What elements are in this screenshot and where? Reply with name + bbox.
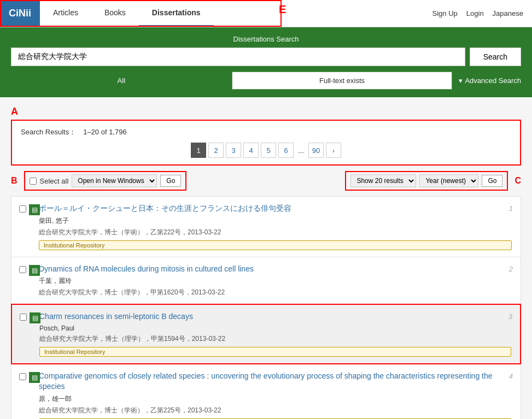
label-a: A [11,106,521,117]
top-nav: CiNii Articles Books Dissertations E Sig… [0,0,532,27]
search-row: Search [11,48,521,66]
result-4-author: 原，雄一郎 [39,394,512,404]
result-1-number: 1 [509,204,513,213]
page-4[interactable]: 4 [243,143,259,158]
results-list: ▤ 1 ポール＝ルイ・クーシューと日本：その生涯とフランスにおける俳句受容 柴田… [11,196,521,419]
result-3-number: 3 [508,312,512,321]
filter-fulltext[interactable]: Full-text exists [232,72,453,90]
advanced-search-label: Advanced Search [465,76,521,85]
result-3-doc-icon: ▤ [30,312,40,323]
result-1-author: 柴田, 悠子 [39,216,512,226]
japanese-link[interactable]: Japanese [493,9,523,17]
nav-tab-dissertations[interactable]: Dissertations [139,0,214,27]
advanced-search-link[interactable]: ▾ Advanced Search [459,76,521,85]
top-nav-right: Sign Up Login Japanese [432,9,532,17]
main-content: A Search Results： 1–20 of 1,796 1 2 3 4 … [0,97,532,419]
search-label: Dissertations Search [11,35,521,43]
controls-right: Show 20 results Year (newest) Go [345,171,508,191]
page-3[interactable]: 3 [226,143,241,158]
result-2-checkbox[interactable] [19,266,26,273]
label-e: E [279,3,286,16]
select-all-checkbox[interactable] [30,178,37,185]
filter-advanced-row: All Full-text exists ▾ Advanced Search [11,72,521,90]
controls-row: B Select all Open in New Windows Go Show… [11,171,521,191]
page-2[interactable]: 2 [208,143,224,158]
result-2-meta: 総合研究大学院大学，博士（理学），甲第1620号，2013-03-22 [39,288,512,297]
result-1-badge[interactable]: Institutional Repository [39,240,512,250]
page-1[interactable]: 1 [191,143,206,158]
filter-buttons: All Full-text exists [11,72,452,90]
controls-left: Select all Open in New Windows Go [24,171,187,191]
result-4-title[interactable]: Comparative genomics of closely related … [39,371,512,392]
login-link[interactable]: Login [466,9,484,17]
select-all-label: Select all [40,177,69,185]
open-windows-select[interactable]: Open in New Windows [72,174,157,187]
label-c: C [515,176,521,186]
result-4-checkbox[interactable] [19,373,26,380]
nav-tabs: Articles Books Dissertations [40,0,214,27]
page-6[interactable]: 6 [278,143,294,158]
result-4-meta: 総合研究大学院大学，博士（学術），乙第225号，2013-03-22 [39,406,512,415]
result-3-meta: 総合研究大学院大学，博士（理学），甲第1594号，2013-03-22 [39,334,511,344]
result-1-doc-icon: ▤ [29,204,40,215]
label-b: B [11,176,17,186]
results-box: Search Results： 1–20 of 1,796 1 2 3 4 5 … [11,120,521,166]
page-90[interactable]: 90 [308,143,324,158]
page-5[interactable]: 5 [261,143,276,158]
controls-left-go[interactable]: Go [160,175,181,187]
chevron-down-icon: ▾ [459,76,463,85]
result-4-number: 4 [509,372,513,380]
logo: CiNii [0,0,40,27]
show-results-select[interactable]: Show 20 results [350,174,416,187]
result-2-author: 千葉，麗玲 [39,276,512,286]
page-next[interactable]: › [326,143,341,158]
result-3-checkbox[interactable] [20,314,27,321]
result-item-1: ▤ 1 ポール＝ルイ・クーシューと日本：その生涯とフランスにおける俳句受容 柴田… [11,196,521,257]
result-3-title[interactable]: Charm resonances in semi-leptonic B deca… [39,311,511,322]
result-3-badge[interactable]: Institutional Repository [39,347,511,357]
result-item-2: ▤ 2 Dynamics of RNA molecules during mit… [11,257,521,304]
result-1-meta: 総合研究大学院大学，博士（学術），乙第222号，2013-03-22 [39,228,512,237]
result-2-doc-icon: ▤ [29,265,40,276]
sort-select[interactable]: Year (newest) [419,174,478,187]
result-3-author: Posch, Paul [39,324,511,332]
search-button[interactable]: Search [470,48,521,66]
search-input[interactable] [11,48,465,66]
pagination: 1 2 3 4 5 6 ... 90 › [21,143,511,158]
page-dots: ... [296,146,306,155]
search-area: Dissertations Search Search All Full-tex… [0,27,532,97]
result-4-doc-icon: ▤ [29,372,40,383]
results-summary: Search Results： 1–20 of 1,796 [21,127,511,137]
controls-right-go[interactable]: Go [482,175,502,187]
nav-tab-books[interactable]: Books [91,0,139,27]
filter-all[interactable]: All [11,72,232,90]
result-2-number: 2 [509,265,513,273]
result-item-3: ▤ 3 Charm resonances in semi-leptonic B … [11,304,521,364]
result-2-title[interactable]: Dynamics of RNA molecules during mitosis… [39,264,512,275]
result-1-checkbox[interactable] [19,205,26,213]
nav-tab-articles[interactable]: Articles [40,0,91,27]
signup-link[interactable]: Sign Up [432,9,458,17]
result-item-4: ▤ 4 Comparative genomics of closely rela… [11,364,521,419]
result-1-title[interactable]: ポール＝ルイ・クーシューと日本：その生涯とフランスにおける俳句受容 [39,203,512,214]
